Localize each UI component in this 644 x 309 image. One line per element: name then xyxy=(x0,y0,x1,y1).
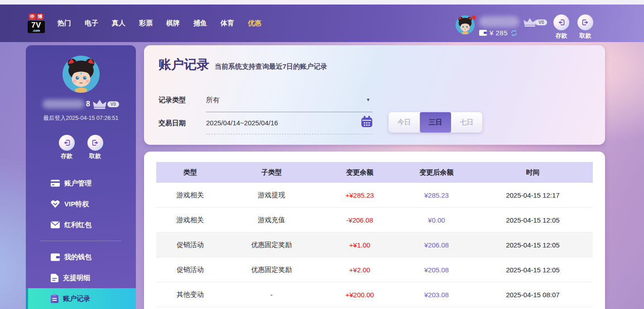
date-underline xyxy=(206,134,373,134)
balance-amount: ¥ 285 xyxy=(490,29,508,37)
transaction-date-label: 交易日期 xyxy=(159,119,186,128)
notification-dot xyxy=(472,15,476,19)
account-records-table-card: 类型 子类型 变更余额 变更后余额 时间 游戏相关 游戏提现 +¥285.23 … xyxy=(144,152,605,309)
bank-card-icon xyxy=(51,180,60,187)
site-logo[interactable]: 申 博 7V .com xyxy=(26,14,47,33)
nav-item-promo[interactable]: 优惠 xyxy=(248,19,261,28)
logo-char-2: 博 xyxy=(37,14,43,20)
sidebar-item-bonus-redpacket[interactable]: 红利红包 xyxy=(26,214,136,235)
account-records-header-card: 账户记录 当前系统支持查询最近7日的账户记录 记录类型 所有 ▼ 交易日期 20… xyxy=(144,45,605,145)
sidebar-username-row: 8 V0 xyxy=(26,99,136,109)
sidebar-item-deposit-withdraw-details[interactable]: 充提明细 xyxy=(26,267,136,288)
wallet-icon xyxy=(479,30,487,36)
table-row: 促销活动 优惠固定奖励 +¥1.00 ¥206.08 2025-04-15 12… xyxy=(156,233,593,257)
withdraw-label: 取款 xyxy=(580,32,591,40)
nav-wallet-actions: 存款 取款 xyxy=(553,14,593,40)
envelope-icon xyxy=(51,221,60,228)
crown-icon xyxy=(92,99,107,109)
nav-user-area: ¥ 285 V0 xyxy=(456,15,547,37)
clipboard-icon xyxy=(51,294,58,303)
deposit-button[interactable]: 存款 xyxy=(553,14,569,40)
records-table: 类型 子类型 变更余额 变更后余额 时间 游戏相关 游戏提现 +¥285.23 … xyxy=(156,162,593,307)
nav-item-lottery[interactable]: 彩票 xyxy=(139,19,153,28)
vip-level-badge: V0 xyxy=(535,19,547,25)
top-navbar: 申 博 7V .com 热门 电子 真人 彩票 棋牌 捕鱼 体育 优惠 xyxy=(0,5,644,42)
col-header-time: 时间 xyxy=(473,168,593,177)
page-root: 申 博 7V .com 热门 电子 真人 彩票 棋牌 捕鱼 体育 优惠 xyxy=(0,0,644,309)
three-day-button[interactable]: 三日 xyxy=(420,112,451,133)
logo-com: .com xyxy=(28,29,45,32)
withdraw-label: 取款 xyxy=(89,152,101,160)
col-header-change: 变更余额 xyxy=(319,168,400,177)
sidebar-divider xyxy=(40,241,121,241)
last-login-text: 最后登入2025-04-15 07:26:51 xyxy=(26,114,136,122)
avatar-illustration xyxy=(62,56,100,93)
top-strip xyxy=(0,0,644,5)
today-button[interactable]: 今日 xyxy=(389,112,420,133)
gem-heart-icon xyxy=(51,200,60,208)
sidebar-menu: 账户管理 VIP特权 红利红包 xyxy=(26,173,136,309)
sidebar-user-avatar[interactable] xyxy=(62,56,100,93)
sidebar-item-my-wallet[interactable]: 我的钱包 xyxy=(26,247,136,267)
blurred-username xyxy=(43,100,84,109)
page-subtitle: 当前系统支持查询最近7日的账户记录 xyxy=(215,62,327,71)
refresh-icon[interactable] xyxy=(510,29,518,37)
table-row: 游戏相关 游戏充值 -¥206.08 ¥0.00 2025-04-15 12:0… xyxy=(156,208,593,233)
logo-7v: 7V xyxy=(28,21,45,29)
sidebar-deposit-button[interactable]: 存款 xyxy=(59,135,75,160)
seven-day-button[interactable]: 七日 xyxy=(451,112,482,133)
username-visible-suffix: 8 xyxy=(86,100,90,108)
deposit-label: 存款 xyxy=(61,152,72,160)
calendar-icon[interactable] xyxy=(360,115,373,130)
sidebar-item-account-management[interactable]: 账户管理 xyxy=(26,173,136,194)
nav-item-hot[interactable]: 热门 xyxy=(58,19,71,28)
sidebar-item-vip-privileges[interactable]: VIP特权 xyxy=(26,194,136,214)
document-icon xyxy=(51,274,58,282)
col-header-after: 变更后余额 xyxy=(400,168,473,177)
withdraw-button[interactable]: 取款 xyxy=(577,14,593,40)
table-header-row: 类型 子类型 变更余额 变更后余额 时间 xyxy=(156,162,593,183)
record-type-label: 记录类型 xyxy=(159,96,186,105)
nav-item-sports[interactable]: 体育 xyxy=(221,19,234,28)
table-row: 促销活动 优惠固定奖励 +¥2.00 ¥205.08 2025-04-15 12… xyxy=(156,257,593,282)
table-row: 游戏相关 游戏提现 +¥285.23 ¥285.23 2025-04-15 12… xyxy=(156,183,593,208)
deposit-icon xyxy=(62,138,71,147)
transaction-date-input[interactable]: 2025/04/14~2025/04/16 xyxy=(206,119,278,127)
main-nav-menu: 热门 电子 真人 彩票 棋牌 捕鱼 体育 优惠 xyxy=(58,19,261,28)
nav-item-live[interactable]: 真人 xyxy=(112,19,125,28)
nav-item-fishing[interactable]: 捕鱼 xyxy=(193,19,207,28)
sidebar-withdraw-button[interactable]: 取款 xyxy=(87,135,103,160)
page-title: 账户记录 xyxy=(159,56,209,73)
table-row: 其他变动 - +¥200.00 ¥203.08 2025-04-15 08:07 xyxy=(156,282,593,307)
sidebar: 8 V0 最后登入2025-04-15 07:26:51 存款 xyxy=(26,45,136,309)
col-header-type: 类型 xyxy=(156,168,224,177)
nav-item-slots[interactable]: 电子 xyxy=(85,19,98,28)
nav-item-cards[interactable]: 棋牌 xyxy=(166,19,180,28)
blurred-username xyxy=(479,16,519,27)
col-header-subtype: 子类型 xyxy=(224,168,319,177)
date-range-quick-buttons: 今日 三日 七日 xyxy=(389,112,482,133)
record-type-select[interactable]: 所有 xyxy=(206,96,220,105)
chevron-down-icon[interactable]: ▼ xyxy=(366,97,370,102)
record-type-underline xyxy=(206,112,373,112)
deposit-label: 存款 xyxy=(556,32,567,40)
deposit-icon xyxy=(557,18,566,27)
wallet-icon xyxy=(51,253,60,261)
sidebar-item-account-records[interactable]: 账户记录 xyxy=(26,288,136,309)
logo-char-1: 申 xyxy=(29,14,36,20)
withdraw-icon xyxy=(91,138,100,147)
vip-level-badge: V0 xyxy=(107,101,119,107)
withdraw-icon xyxy=(581,18,590,27)
